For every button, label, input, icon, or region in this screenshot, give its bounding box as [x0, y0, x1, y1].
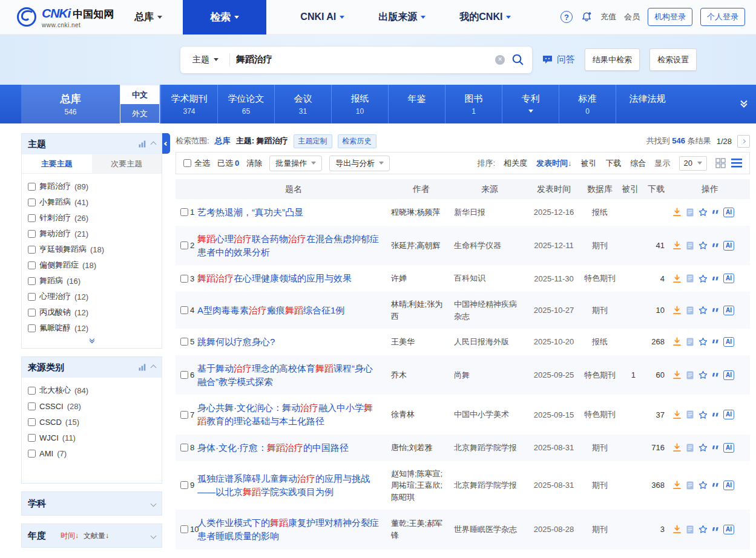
- subject-panel-header[interactable]: 学科: [22, 492, 162, 515]
- download-icon[interactable]: [672, 240, 682, 251]
- result-title-link[interactable]: 艺考热退潮，“真功夫”凸显: [197, 206, 380, 219]
- nav-tab-cnki-ai[interactable]: CNKI AI: [300, 11, 344, 22]
- filter-checkbox[interactable]: [28, 402, 36, 410]
- db-tab[interactable]: 年鉴: [388, 85, 445, 123]
- filter-item[interactable]: 舞蹈病 (16): [28, 273, 156, 289]
- result-authors[interactable]: 程晓琳;杨频萍: [390, 206, 453, 218]
- lang-tab-foreign[interactable]: 外文: [120, 104, 159, 123]
- result-authors[interactable]: 徐青林: [390, 409, 453, 421]
- read-icon[interactable]: [685, 370, 695, 380]
- search-input[interactable]: [236, 54, 489, 65]
- db-tab[interactable]: 学位论文 65: [217, 85, 274, 123]
- db-tab[interactable]: 标准 0: [559, 85, 616, 123]
- nav-tab-publish-source[interactable]: 出版来源: [378, 11, 426, 24]
- result-authors[interactable]: 赵知博;陈寒宣;周祐瑄;王嘉欣;陈昭琪: [390, 468, 453, 504]
- row-checkbox[interactable]: [180, 338, 188, 346]
- download-icon[interactable]: [672, 442, 682, 453]
- row-checkbox[interactable]: [180, 275, 188, 283]
- row-checkbox[interactable]: [180, 208, 188, 216]
- cite-icon[interactable]: [711, 410, 720, 419]
- result-title-link[interactable]: 舞蹈治疗在心理健康领域的应用与效果: [197, 272, 380, 285]
- row-checkbox[interactable]: [180, 411, 188, 419]
- filter-item[interactable]: 亨廷顿舞蹈病 (18): [28, 241, 156, 257]
- favorite-icon[interactable]: [698, 370, 708, 380]
- year-sort-volume[interactable]: 文献量↓: [84, 531, 109, 541]
- year-sort-time[interactable]: 时间↓: [61, 531, 79, 541]
- result-source[interactable]: 新华日报: [453, 206, 527, 218]
- source-category-header[interactable]: 来源类别: [22, 357, 162, 378]
- recharge-link[interactable]: 充值: [600, 11, 616, 22]
- read-icon[interactable]: [685, 410, 695, 419]
- favorite-icon[interactable]: [698, 410, 708, 420]
- sort-option[interactable]: 被引: [581, 158, 597, 169]
- filter-checkbox[interactable]: [28, 309, 36, 317]
- filter-checkbox[interactable]: [28, 246, 36, 254]
- filter-checkbox[interactable]: [28, 450, 36, 458]
- read-icon[interactable]: [685, 208, 695, 217]
- nav-tab-search[interactable]: 检索: [183, 0, 266, 34]
- filter-checkbox[interactable]: [28, 418, 36, 426]
- result-title-link[interactable]: 基于舞动治疗理念的高校体育舞蹈课程“身心融合”教学模式探索: [197, 362, 380, 389]
- filter-item[interactable]: 针刺治疗 (26): [28, 210, 156, 226]
- expand-icon[interactable]: [151, 501, 157, 507]
- read-icon[interactable]: [685, 241, 695, 251]
- result-title-link[interactable]: 舞蹈心理治疗联合药物治疗在混合焦虑抑郁症患者中的效果分析: [197, 232, 380, 259]
- result-title-link[interactable]: 身心共舞·文化润心：舞动治疗融入中小学舞蹈教育的理论基础与本土化路径: [197, 401, 380, 428]
- filter-item[interactable]: 心理治疗 (12): [28, 289, 156, 304]
- row-checkbox[interactable]: [180, 306, 188, 314]
- sort-option[interactable]: 相关度: [504, 158, 527, 169]
- export-analyze-dropdown[interactable]: 导出与分析: [329, 156, 390, 171]
- filter-checkbox[interactable]: [28, 199, 36, 206]
- result-cited-count[interactable]: 1: [619, 370, 642, 379]
- db-tab[interactable]: 学术期刊 374: [160, 85, 217, 123]
- list-view-icon[interactable]: [731, 159, 742, 168]
- nav-tab-my-cnki[interactable]: 我的CNKI: [459, 11, 511, 24]
- filter-checkbox[interactable]: [28, 230, 36, 238]
- ai-icon[interactable]: AI: [723, 241, 734, 251]
- collapse-icon[interactable]: [151, 141, 157, 147]
- favorite-icon[interactable]: [698, 240, 708, 251]
- sort-option[interactable]: 下载: [606, 158, 622, 169]
- row-checkbox[interactable]: [180, 525, 188, 533]
- filter-checkbox[interactable]: [28, 214, 36, 222]
- search-settings-button[interactable]: 检索设置: [649, 48, 697, 71]
- filter-checkbox[interactable]: [28, 293, 36, 301]
- result-authors[interactable]: 董乾;王美;郝军锋: [390, 517, 453, 541]
- year-panel-header[interactable]: 年度 时间↓ 文献量↓: [22, 524, 162, 547]
- filter-checkbox[interactable]: [28, 324, 36, 332]
- row-checkbox[interactable]: [180, 481, 188, 489]
- vip-link[interactable]: 会员: [624, 11, 640, 22]
- ai-icon[interactable]: AI: [723, 370, 734, 380]
- filter-item[interactable]: WJCI (11): [28, 430, 156, 445]
- filter-item[interactable]: 小舞蹈病 (41): [28, 194, 156, 210]
- filter-item[interactable]: CSCD (15): [28, 414, 156, 430]
- tab-secondary-topic[interactable]: 次要主题: [92, 154, 162, 173]
- favorite-icon[interactable]: [698, 305, 708, 315]
- result-source[interactable]: 尚舞: [453, 369, 527, 381]
- read-icon[interactable]: [685, 337, 695, 347]
- result-title-link[interactable]: 孤独症谱系障碍儿童舞动治疗的应用与挑战——以北京舞蹈学院实践项目为例: [197, 472, 380, 499]
- cite-icon[interactable]: [711, 208, 720, 217]
- batch-actions-dropdown[interactable]: 批量操作: [269, 156, 322, 171]
- search-field-selector[interactable]: 主题: [188, 54, 223, 65]
- db-tab[interactable]: 会议 31: [274, 85, 331, 123]
- search-icon[interactable]: [511, 53, 525, 67]
- sort-option[interactable]: 发表时间↓: [536, 158, 572, 169]
- filter-item[interactable]: 丙戊酸钠 (12): [28, 304, 156, 320]
- result-source[interactable]: 中国中小学美术: [453, 409, 527, 421]
- result-authors[interactable]: 许婵: [390, 272, 453, 284]
- cite-icon[interactable]: [711, 443, 720, 452]
- filter-item[interactable]: 偏侧舞蹈症 (18): [28, 257, 156, 273]
- ai-icon[interactable]: AI: [723, 208, 734, 217]
- cnki-logo[interactable]: CNKi 中国知网 www.cnki.net: [0, 6, 114, 28]
- download-icon[interactable]: [672, 207, 682, 217]
- download-icon[interactable]: [672, 480, 682, 490]
- result-source[interactable]: 人民日报海外版: [453, 336, 527, 348]
- sidebar-collapse-handle[interactable]: [162, 133, 170, 154]
- favorite-icon[interactable]: [698, 274, 708, 284]
- row-checkbox[interactable]: [180, 444, 188, 451]
- filter-item[interactable]: AMI (7): [28, 445, 156, 461]
- result-authors[interactable]: 乔木: [390, 369, 453, 381]
- ai-icon[interactable]: AI: [723, 274, 734, 283]
- read-icon[interactable]: [685, 481, 695, 490]
